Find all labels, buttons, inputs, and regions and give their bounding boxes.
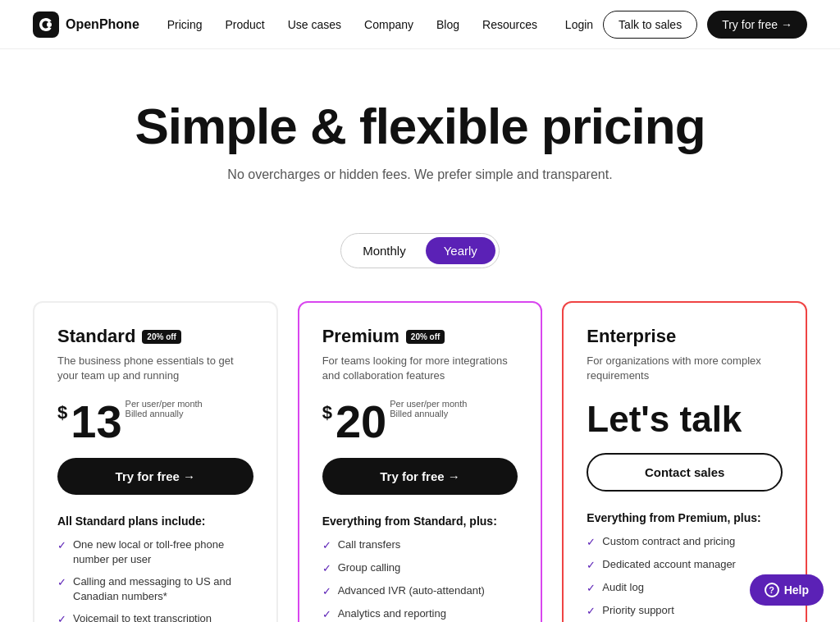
help-circle-icon: ? bbox=[765, 583, 779, 597]
enterprise-plan-title: Enterprise bbox=[587, 326, 676, 347]
enterprise-description: For organizations with more complex requ… bbox=[587, 354, 783, 383]
logo-icon bbox=[33, 11, 59, 38]
pricing-cards: Standard 20% off The business phone esse… bbox=[0, 301, 840, 622]
standard-title-row: Standard 20% off bbox=[57, 326, 253, 347]
contact-sales-button[interactable]: Contact sales bbox=[587, 453, 783, 492]
enterprise-features-title: Everything from Premium, plus: bbox=[587, 511, 783, 524]
premium-description: For teams looking for more integrations … bbox=[322, 354, 518, 383]
monthly-toggle-button[interactable]: Monthly bbox=[345, 237, 424, 264]
enterprise-features-list: ✓Custom contract and pricing ✓Dedicated … bbox=[587, 534, 783, 620]
check-icon: ✓ bbox=[322, 538, 331, 553]
premium-price-meta: Per user/per month Billed annually bbox=[390, 399, 467, 422]
check-icon: ✓ bbox=[587, 558, 596, 573]
list-item: ✓Advanced IVR (auto-attendant) bbox=[322, 583, 518, 599]
premium-price-row: $ 20 Per user/per month Billed annually bbox=[322, 399, 518, 445]
premium-features-list: ✓Call transfers ✓Group calling ✓Advanced… bbox=[322, 537, 518, 622]
list-item: ✓Dedicated account manager bbox=[587, 557, 783, 573]
premium-title-row: Premium 20% off bbox=[322, 326, 518, 347]
billing-toggle: Monthly Yearly bbox=[340, 233, 500, 268]
nav-item-use-cases[interactable]: Use cases bbox=[288, 17, 341, 32]
nav-item-product[interactable]: Product bbox=[225, 17, 264, 32]
premium-price-per: Per user/per month bbox=[390, 399, 467, 409]
standard-features-list: ✓One new local or toll-free phone number… bbox=[57, 537, 253, 622]
list-item: ✓Priority support bbox=[587, 603, 783, 619]
standard-price-row: $ 13 Per user/per month Billed annually bbox=[57, 399, 253, 445]
premium-price-billed: Billed annually bbox=[390, 409, 467, 418]
nav-actions: Login Talk to sales Try for free → bbox=[565, 11, 807, 39]
nav-item-resources[interactable]: Resources bbox=[482, 17, 537, 32]
navbar: OpenPhone Pricing Product Use cases Comp… bbox=[0, 0, 840, 49]
standard-features-title: All Standard plans include: bbox=[57, 515, 253, 528]
standard-price-billed: Billed annually bbox=[126, 409, 203, 418]
standard-description: The business phone essentials to get you… bbox=[57, 354, 253, 383]
enterprise-lets-talk: Let's talk bbox=[587, 399, 783, 440]
standard-price-per: Per user/per month bbox=[126, 399, 203, 409]
standard-price-number: 13 bbox=[71, 399, 121, 445]
standard-badge: 20% off bbox=[142, 330, 181, 344]
check-icon: ✓ bbox=[322, 607, 331, 622]
standard-plan-card: Standard 20% off The business phone esse… bbox=[33, 301, 278, 622]
svg-rect-0 bbox=[33, 11, 59, 38]
list-item: ✓Custom contract and pricing bbox=[587, 534, 783, 550]
check-icon: ✓ bbox=[322, 584, 331, 599]
premium-price-number: 20 bbox=[336, 399, 386, 445]
hero-title: Simple & flexible pricing bbox=[16, 98, 824, 154]
nav-item-pricing[interactable]: Pricing bbox=[167, 17, 203, 32]
standard-dollar-sign: $ bbox=[57, 402, 67, 423]
check-icon: ✓ bbox=[57, 575, 66, 590]
hero-section: Simple & flexible pricing No overcharges… bbox=[0, 49, 840, 233]
svg-point-1 bbox=[47, 22, 52, 27]
premium-plan-card: Premium 20% off For teams looking for mo… bbox=[298, 301, 543, 622]
check-icon: ✓ bbox=[57, 538, 66, 553]
help-label: Help bbox=[784, 583, 809, 597]
premium-try-free-button[interactable]: Try for free → bbox=[322, 458, 518, 495]
nav-item-blog[interactable]: Blog bbox=[436, 17, 459, 32]
try-for-free-nav-button[interactable]: Try for free → bbox=[707, 11, 807, 39]
billing-toggle-wrap: Monthly Yearly bbox=[0, 233, 840, 268]
premium-features-title: Everything from Standard, plus: bbox=[322, 515, 518, 528]
help-button[interactable]: ? Help bbox=[750, 574, 824, 606]
nav-links: Pricing Product Use cases Company Blog R… bbox=[167, 17, 537, 32]
check-icon: ✓ bbox=[57, 612, 66, 622]
standard-price-meta: Per user/per month Billed annually bbox=[126, 399, 203, 422]
premium-badge: 20% off bbox=[406, 330, 445, 344]
check-icon: ✓ bbox=[587, 581, 596, 596]
list-item: ✓Group calling bbox=[322, 560, 518, 576]
check-icon: ✓ bbox=[322, 561, 331, 576]
check-icon: ✓ bbox=[587, 604, 596, 619]
standard-plan-title: Standard bbox=[57, 326, 135, 347]
yearly-toggle-button[interactable]: Yearly bbox=[426, 237, 495, 264]
list-item: ✓Call transfers bbox=[322, 537, 518, 553]
nav-item-company[interactable]: Company bbox=[364, 17, 413, 32]
login-button[interactable]: Login bbox=[565, 18, 593, 31]
logo[interactable]: OpenPhone bbox=[33, 11, 139, 38]
hero-subtitle: No overcharges or hidden fees. We prefer… bbox=[16, 167, 824, 182]
list-item: ✓One new local or toll-free phone number… bbox=[57, 537, 253, 567]
premium-dollar-sign: $ bbox=[322, 402, 332, 423]
standard-try-free-button[interactable]: Try for free → bbox=[57, 458, 253, 495]
list-item: ✓Analytics and reporting bbox=[322, 606, 518, 622]
list-item: ✓Voicemail to text transcription bbox=[57, 611, 253, 622]
check-icon: ✓ bbox=[587, 535, 596, 550]
list-item: ✓Calling and messaging to US and Canadia… bbox=[57, 574, 253, 604]
premium-plan-title: Premium bbox=[322, 326, 399, 347]
enterprise-title-row: Enterprise bbox=[587, 326, 783, 347]
talk-to-sales-button[interactable]: Talk to sales bbox=[603, 11, 697, 39]
